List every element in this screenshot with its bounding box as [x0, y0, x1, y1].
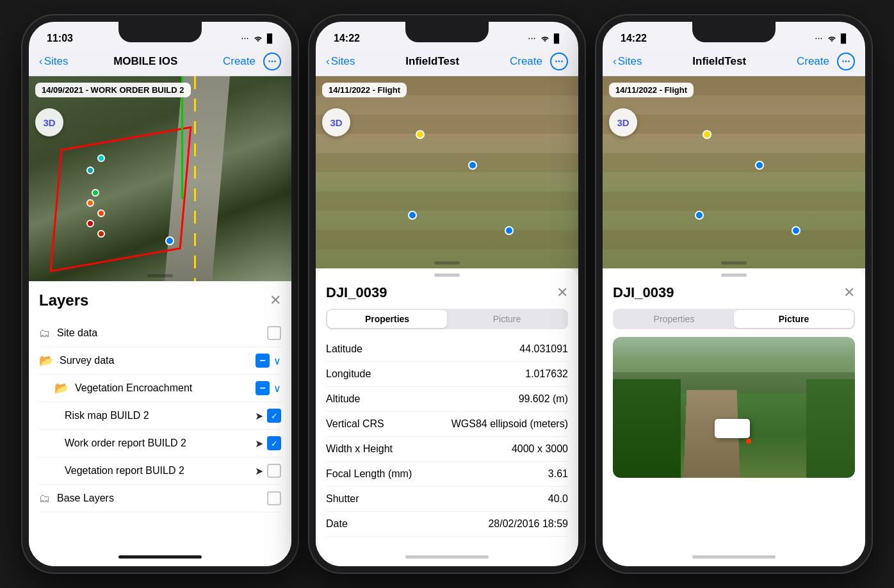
map-bg-3 [603, 76, 865, 268]
map-dot-blue [165, 236, 174, 245]
wifi-icon-3 [827, 35, 837, 42]
layer-item-work-order[interactable]: Work order report BUILD 2 ➤ ✓ [39, 430, 281, 457]
map-dot-yellow-3 [703, 130, 711, 139]
field-stripes-3 [603, 76, 865, 268]
nav-right-3: Create ··· [797, 53, 855, 70]
signal-icon-3: ··· [815, 35, 823, 42]
phone-notch-3 [692, 22, 776, 42]
map-area-2[interactable]: 14/11/2022 - Flight 3D [316, 76, 578, 268]
nav-bar-1: ‹ Sites MOBILE IOS Create ··· [29, 50, 291, 76]
layer-item-risk-map[interactable]: Risk map BUILD 2 ➤ ✓ [39, 402, 281, 430]
prop-date: Date 28/02/2016 18:59 [326, 512, 568, 537]
map-3d-button-1[interactable]: 3D [35, 108, 63, 136]
prop-value-fl: 3.61 [548, 468, 568, 480]
layer-checkbox-veg-report[interactable] [267, 464, 281, 478]
nav-more-2[interactable]: ··· [550, 53, 568, 70]
home-indicator-2 [316, 547, 578, 566]
layer-checkbox-site[interactable] [267, 326, 281, 340]
layer-name-veg-enc: Vegetation Encroachment [75, 382, 249, 394]
nav-more-1[interactable]: ··· [263, 53, 281, 70]
prop-value-wh: 4000 x 3000 [512, 443, 568, 455]
panel-header-2: DJI_0039 ✕ [316, 279, 578, 309]
prop-label-vcrs: Vertical CRS [326, 418, 384, 430]
status-icons-3: ··· ▊ [815, 34, 847, 44]
layer-checkbox-work-order[interactable]: ✓ [267, 436, 281, 450]
panel-props-2: Latitude 44.031091 Longitude 1.017632 Al… [316, 337, 578, 537]
phone-notch-2 [405, 22, 489, 42]
map-bg-1 [29, 76, 291, 281]
map-3d-button-2[interactable]: 3D [322, 108, 350, 136]
field-stripes-2 [316, 76, 578, 268]
nav-back-2[interactable]: ‹ Sites [326, 55, 355, 68]
panel-close-btn-2[interactable]: ✕ [557, 284, 568, 301]
nav-back-label-2[interactable]: Sites [331, 55, 355, 68]
layer-controls-risk-map: ➤ ✓ [255, 409, 281, 423]
panel-picture-3 [613, 337, 855, 478]
layer-checkbox-risk-map[interactable]: ✓ [267, 409, 281, 423]
prop-vertical-crs: Vertical CRS WGS84 ellipsoid (meters) [326, 412, 568, 437]
layer-item-survey[interactable]: 📂 Survey data − ∨ [39, 347, 281, 375]
chevron-left-icon-2: ‹ [326, 55, 330, 68]
navigate-icon-veg-report[interactable]: ➤ [255, 465, 263, 477]
layer-name-survey: Survey data [60, 355, 249, 366]
nav-create-2[interactable]: Create [510, 55, 542, 68]
map-area-1[interactable]: 14/09/2021 - WORK ORDER BUILD 2 3D [29, 76, 291, 281]
prop-label-fl: Focal Length (mm) [326, 468, 412, 480]
status-time-2: 14:22 [334, 33, 360, 44]
tab-picture-2[interactable]: Picture [447, 310, 567, 328]
map-scroll-indicator-1 [147, 274, 173, 277]
nav-back-label-1[interactable]: Sites [44, 55, 69, 68]
layer-item-site-data[interactable]: 🗂 Site data [39, 320, 281, 347]
layer-item-veg-report[interactable]: Vegetation report BUILD 2 ➤ [39, 457, 281, 485]
tab-properties-3[interactable]: Properties [614, 310, 734, 328]
nav-more-3[interactable]: ··· [837, 53, 855, 70]
map-red-outline-1 [50, 126, 192, 272]
nav-create-3[interactable]: Create [797, 55, 829, 68]
panel-handle-3 [721, 274, 747, 277]
panel-header-3: DJI_0039 ✕ [603, 279, 865, 309]
map-3d-button-3[interactable]: 3D [609, 108, 637, 136]
more-dots-icon-2: ··· [555, 56, 563, 67]
wifi-icon-1 [253, 35, 263, 42]
layer-checkbox-base-layers[interactable] [267, 491, 281, 505]
layer-minus-veg-enc[interactable]: − [256, 381, 270, 395]
navigate-icon-work-order[interactable]: ➤ [255, 437, 263, 450]
layer-item-base-layers[interactable]: 🗂 Base Layers [39, 485, 281, 512]
phones-container: 11:03 ··· ▊ ‹ Sites MOBILE IOS Create ··… [10, 3, 884, 585]
home-indicator-1 [29, 547, 291, 566]
map-scroll-indicator-3 [721, 261, 747, 265]
map-dot-cyan [97, 154, 105, 162]
navigate-icon-risk-map[interactable]: ➤ [255, 410, 263, 422]
panel-title-3: DJI_0039 [613, 284, 674, 301]
map-dot-red2 [97, 230, 105, 238]
wifi-icon-2 [540, 35, 550, 42]
chevron-down-icon-veg[interactable]: ∨ [273, 382, 281, 395]
map-dot-blue-2b [408, 211, 417, 220]
layer-name-risk-map: Risk map BUILD 2 [65, 410, 248, 421]
chevron-left-icon-3: ‹ [613, 55, 617, 68]
nav-create-1[interactable]: Create [223, 55, 256, 68]
folder-open-icon-survey: 📂 [39, 354, 53, 368]
more-dots-icon-3: ··· [841, 56, 850, 67]
layer-controls-work-order: ➤ ✓ [255, 436, 281, 450]
tab-properties-2[interactable]: Properties [327, 310, 447, 328]
status-time-1: 11:03 [47, 33, 73, 44]
layer-item-veg-enc[interactable]: 📂 Vegetation Encroachment − ∨ [39, 375, 281, 402]
panel-close-btn-3[interactable]: ✕ [843, 284, 855, 301]
nav-right-2: Create ··· [510, 53, 568, 70]
chevron-down-icon-survey[interactable]: ∨ [273, 355, 281, 367]
prop-width-height: Width x Height 4000 x 3000 [326, 437, 568, 462]
layers-title: Layers [39, 291, 88, 309]
phone-1: 11:03 ··· ▊ ‹ Sites MOBILE IOS Create ··… [22, 15, 298, 573]
map-badge-3: 14/11/2022 - Flight [609, 83, 694, 97]
layer-minus-survey[interactable]: − [256, 354, 270, 368]
layers-close-btn[interactable]: ✕ [270, 292, 281, 309]
layer-name-site: Site data [57, 327, 261, 339]
nav-back-1[interactable]: ‹ Sites [39, 55, 68, 68]
tab-picture-3[interactable]: Picture [734, 310, 854, 328]
nav-back-3[interactable]: ‹ Sites [613, 55, 642, 68]
layer-controls-veg-report: ➤ [255, 464, 281, 478]
nav-back-label-3[interactable]: Sites [618, 55, 642, 68]
map-area-3[interactable]: 14/11/2022 - Flight 3D [603, 76, 865, 268]
layer-controls-survey: − ∨ [256, 354, 281, 368]
